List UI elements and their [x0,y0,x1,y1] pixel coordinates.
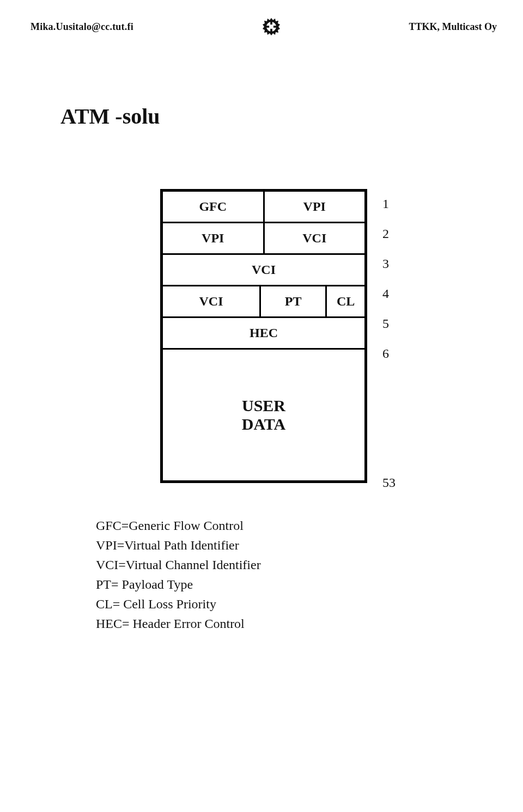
atm-cell-box: GFC VPI VPI VCI VCI VCI PT CL HEC USER [160,189,367,483]
byte-number-column: 1 2 3 4 5 6 53 [373,189,389,369]
atm-cell-figure: GFC VPI VPI VCI VCI VCI PT CL HEC USER [31,189,497,483]
page-header: Mika.Uusitalo@cc.tut.fi TTKK, Multicast … [31,15,497,38]
cell-row-4: VCI PT CL [163,286,364,318]
cell-row-3: VCI [163,255,364,286]
field-vpi-1: VPI [263,192,365,222]
page: Mika.Uusitalo@cc.tut.fi TTKK, Multicast … [0,0,523,812]
legend-line: HEC= Header Error Control [96,614,497,633]
field-vci-2: VCI [163,255,364,285]
byte-num-4: 4 [373,279,389,309]
byte-num-1: 1 [373,189,389,219]
field-vci-3: VCI [163,286,259,316]
legend-line: PT= Payload Type [96,575,497,594]
cell-row-1: GFC VPI [163,192,364,223]
user-data-line2: DATA [242,415,286,434]
byte-num-2: 2 [373,219,389,249]
cell-row-2: VPI VCI [163,223,364,255]
cell-row-5: HEC [163,318,364,350]
byte-num-6: 6 [373,339,389,369]
page-title: ATM -solu [60,103,497,129]
field-vci-1: VCI [263,223,365,253]
legend-line: VCI=Virtual Channel Identifier [96,555,497,575]
legend-line: GFC=Generic Flow Control [96,516,497,535]
field-pt: PT [259,286,325,316]
user-data-line1: USER [242,396,286,416]
field-gfc: GFC [163,192,263,222]
field-hec: HEC [163,318,364,348]
legend-line: VPI=Virtual Path Identifier [96,535,497,555]
byte-num-5: 5 [373,309,389,339]
header-org: TTKK, Multicast Oy [409,21,497,33]
field-cl: CL [325,286,364,316]
field-vpi-2: VPI [163,223,263,253]
byte-num-3: 3 [373,249,389,279]
gear-logo-icon [260,15,283,38]
svg-point-3 [269,25,273,29]
legend-line: CL= Cell Loss Priority [96,594,497,614]
field-user-data: USER DATA [163,350,364,480]
byte-num-53: 53 [373,468,396,498]
legend: GFC=Generic Flow Control VPI=Virtual Pat… [96,516,497,633]
header-email: Mika.Uusitalo@cc.tut.fi [31,21,133,33]
